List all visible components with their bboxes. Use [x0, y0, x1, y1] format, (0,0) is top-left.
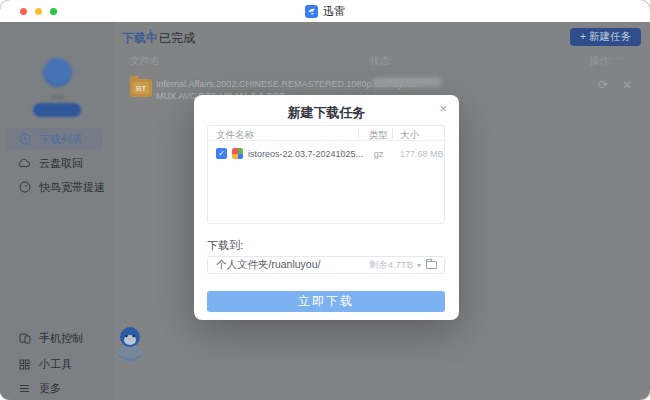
- file-checkbox[interactable]: ✓: [216, 148, 227, 159]
- cloud-icon: [18, 158, 31, 168]
- folder-browse-icon[interactable]: [426, 261, 437, 269]
- dialog-close-icon[interactable]: ×: [439, 102, 447, 116]
- tab-completed[interactable]: 已完成: [159, 30, 195, 47]
- new-download-task-dialog: 新建下载任务 × 文件名称 类型 大小 ✓ istoreos-22.03.7-2…: [194, 95, 459, 320]
- titlebar-title-group: 迅雷: [0, 0, 650, 22]
- sidebar-item-phone-control[interactable]: 手机控制: [0, 327, 115, 349]
- download-now-button[interactable]: 立即下载: [207, 291, 445, 312]
- delete-task-icon[interactable]: ✕: [622, 79, 632, 91]
- sidebar-item-label: 快鸟宽带提速: [39, 180, 105, 195]
- new-task-button[interactable]: + 新建任务: [570, 28, 641, 46]
- sidebar-item-more[interactable]: 更多: [0, 377, 115, 399]
- task-filename-line1: Infernal.Affairs.2002.CHINESE.REMASTERED…: [156, 78, 386, 90]
- tab-downloading[interactable]: 下载中: [122, 30, 158, 47]
- space-remaining: 剩余4.7TB: [369, 259, 413, 272]
- column-header-filename: 文件名: [130, 54, 160, 68]
- task-status-blurred: [373, 78, 441, 87]
- file-row[interactable]: ✓ istoreos-22.03.7-20241025... ✎ gz 177.…: [208, 147, 444, 160]
- app-window: 迅雷 下载列表 云盘取回 快鸟宽带提速: [0, 0, 650, 400]
- header-divider: [392, 128, 393, 139]
- app-logo-icon: [305, 5, 318, 18]
- sidebar-item-label: 云盘取回: [39, 156, 83, 171]
- mascot-bird-assistant[interactable]: [110, 320, 150, 364]
- bt-badge: BT: [133, 82, 149, 94]
- sidebar-item-tools[interactable]: 小工具: [0, 353, 115, 375]
- file-name-header: 文件名称: [216, 129, 254, 142]
- sidebar-item-label: 手机控制: [39, 331, 83, 346]
- column-header-status: 状态: [370, 54, 390, 68]
- grid-tools-icon: [18, 359, 31, 370]
- sidebar-item-label: 小工具: [39, 357, 72, 372]
- speedometer-icon: [18, 181, 31, 193]
- retry-task-icon[interactable]: ⟳: [598, 79, 608, 91]
- task-progress-line: [373, 89, 441, 91]
- rename-pencil-icon[interactable]: ✎: [339, 148, 347, 158]
- bt-task-folder-icon: BT: [130, 79, 152, 97]
- phone-control-icon: [18, 333, 31, 344]
- file-type-header: 类型: [365, 129, 392, 142]
- user-avatar[interactable]: [43, 58, 72, 87]
- sidebar-item-download-list[interactable]: 下载列表: [6, 128, 103, 150]
- file-size-header: 大小: [400, 129, 419, 142]
- zoom-window-button[interactable]: [50, 8, 57, 15]
- traffic-lights: [20, 8, 57, 15]
- close-window-button[interactable]: [20, 8, 27, 15]
- file-list-panel: 文件名称 类型 大小 ✓ istoreos-22.03.7-20241025..…: [207, 125, 445, 224]
- dialog-title: 新建下载任务: [194, 104, 459, 122]
- column-more-icon[interactable]: ···: [610, 52, 624, 64]
- sidebar-item-cloud-retrieve[interactable]: 云盘取回: [0, 152, 115, 174]
- vip-button-blurred[interactable]: [33, 103, 81, 117]
- column-header-action: 操作: [589, 54, 609, 68]
- file-type: gz: [365, 149, 392, 159]
- tab-downloading-badge: 1: [148, 27, 152, 36]
- download-circle-icon: [18, 133, 31, 145]
- file-list-header: 文件名称 类型 大小: [208, 126, 444, 141]
- download-path-selector[interactable]: 个人文件夹/ruanluyou/ 剩余4.7TB ▾: [207, 256, 445, 274]
- minimize-window-button[interactable]: [35, 8, 42, 15]
- sidebar-item-label: 下载列表: [39, 132, 83, 147]
- app-title: 迅雷: [323, 4, 345, 19]
- download-path: 个人文件夹/ruanluyou/: [216, 258, 320, 272]
- chevron-down-icon[interactable]: ▾: [417, 261, 421, 270]
- sidebar-item-label: 更多: [39, 381, 61, 396]
- more-lines-icon: [18, 384, 31, 393]
- archive-file-icon: [232, 148, 243, 159]
- download-to-label: 下载到:: [207, 238, 243, 253]
- sidebar-item-kuainiao-speedup[interactable]: 快鸟宽带提速: [0, 176, 115, 198]
- header-divider: [358, 128, 359, 139]
- sidebar: 下载列表 云盘取回 快鸟宽带提速 手机控制 小工具: [0, 22, 115, 400]
- file-size: 177.68 MB: [400, 149, 444, 159]
- username-blurred: [51, 95, 64, 99]
- titlebar: 迅雷: [0, 0, 650, 22]
